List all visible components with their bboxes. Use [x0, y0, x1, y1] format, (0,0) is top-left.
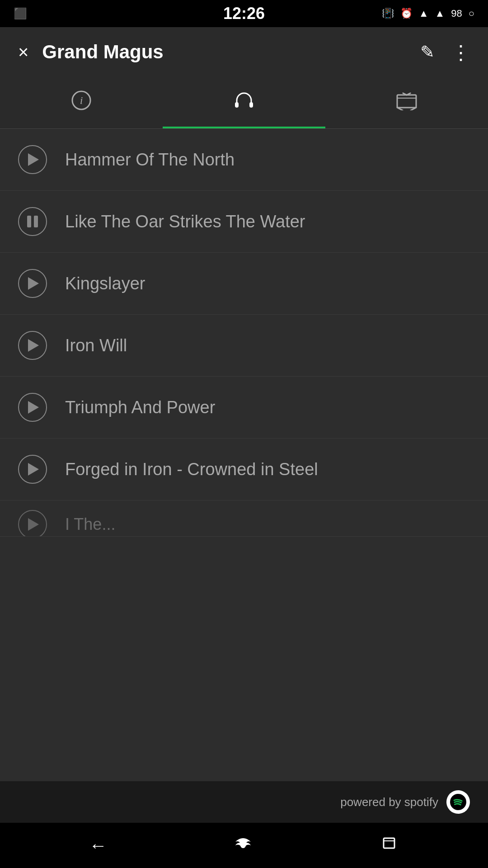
pause-button[interactable] — [18, 207, 47, 236]
play-button[interactable] — [18, 455, 47, 484]
svg-rect-2 — [235, 102, 239, 108]
status-bar: ⬛ 12:26 📳 ⏰ ▲ ▲ 98 ○ — [0, 0, 488, 27]
headphones-icon — [233, 90, 255, 115]
status-bar-left: ⬛ — [14, 7, 27, 20]
nav-bar: ← — [0, 823, 488, 868]
play-triangle-icon — [28, 339, 39, 352]
signal-icon: ▲ — [435, 8, 445, 19]
play-button[interactable] — [18, 510, 47, 537]
song-title: Forged in Iron - Crowned in Steel — [65, 460, 318, 479]
play-triangle-icon — [28, 153, 39, 166]
page-title: Grand Magus — [42, 41, 163, 63]
status-bar-time: 12:26 — [223, 4, 265, 23]
alarm-icon: ⏰ — [400, 8, 413, 19]
vibrate-icon: 📳 — [382, 8, 394, 19]
list-item[interactable]: Forged in Iron - Crowned in Steel — [0, 439, 488, 500]
header: × Grand Magus ✎ ⋮ — [0, 27, 488, 77]
song-title: Iron Will — [65, 336, 127, 355]
play-triangle-icon — [28, 463, 39, 476]
close-button[interactable]: × — [18, 43, 28, 61]
battery-icon: ○ — [469, 8, 474, 19]
song-title: Hammer Of The North — [65, 150, 235, 170]
list-item[interactable]: Kingslayer — [0, 253, 488, 315]
song-title: Kingslayer — [65, 274, 145, 293]
play-button[interactable] — [18, 145, 47, 174]
list-item[interactable]: Hammer Of The North — [0, 129, 488, 191]
pause-bar-icon — [34, 216, 38, 227]
spotify-logo — [446, 790, 470, 814]
more-options-button[interactable]: ⋮ — [451, 41, 470, 64]
song-title: Triumph And Power — [65, 398, 215, 417]
status-bar-right: 📳 ⏰ ▲ ▲ 98 ○ — [382, 8, 474, 19]
list-item[interactable]: Like The Oar Strikes The Water — [0, 191, 488, 253]
menu-button[interactable] — [379, 835, 399, 857]
play-triangle-icon — [28, 277, 39, 290]
pause-bar-icon — [27, 216, 31, 227]
list-item[interactable]: Triumph And Power — [0, 377, 488, 439]
home-button[interactable] — [231, 835, 255, 857]
powered-by-text: powered by spotify — [340, 795, 438, 809]
play-triangle-icon — [28, 401, 39, 414]
tab-video[interactable] — [325, 77, 488, 128]
header-right: ✎ ⋮ — [420, 41, 470, 64]
play-button[interactable] — [18, 331, 47, 360]
list-item[interactable]: Iron Will — [0, 315, 488, 377]
screenshot-icon: ⬛ — [14, 7, 27, 20]
battery-level: 98 — [451, 8, 462, 19]
tab-info[interactable]: i — [0, 77, 163, 128]
edit-button[interactable]: ✎ — [420, 42, 435, 62]
info-icon: i — [71, 90, 91, 115]
tv-icon — [395, 90, 418, 115]
wifi-icon: ▲ — [419, 8, 429, 19]
header-left: × Grand Magus — [18, 41, 164, 63]
play-button[interactable] — [18, 269, 47, 298]
spotify-footer: powered by spotify — [0, 781, 488, 823]
tabs-bar: i — [0, 77, 488, 129]
list-item[interactable]: I The... — [0, 500, 488, 537]
play-triangle-icon — [28, 518, 39, 531]
song-title: Like The Oar Strikes The Water — [65, 212, 305, 231]
svg-rect-3 — [249, 102, 253, 108]
song-title: I The... — [65, 515, 115, 534]
svg-rect-11 — [384, 838, 394, 848]
svg-text:i: i — [80, 94, 83, 106]
song-list: Hammer Of The North Like The Oar Strikes… — [0, 129, 488, 781]
play-button[interactable] — [18, 393, 47, 422]
tab-listen[interactable] — [163, 77, 325, 128]
back-button[interactable]: ← — [89, 835, 107, 856]
svg-rect-4 — [397, 95, 416, 108]
